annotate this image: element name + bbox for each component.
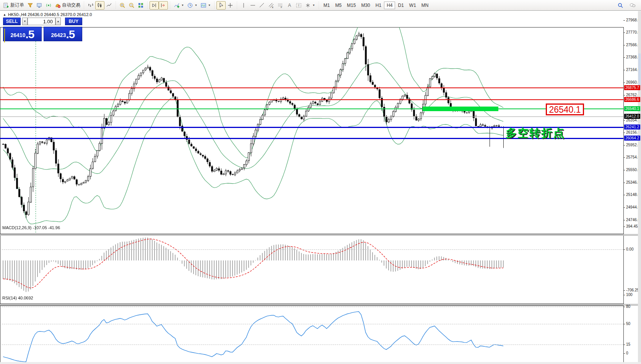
price-tag: 26064.2	[624, 136, 640, 141]
indicators-icon	[174, 2, 180, 8]
trendline-button[interactable]	[257, 1, 267, 10]
search-button[interactable]	[616, 1, 625, 10]
fibonacci-button[interactable]: F	[276, 1, 285, 10]
cursor-button[interactable]	[216, 1, 226, 10]
shapes-icon	[305, 2, 311, 8]
zoom-in-button[interactable]	[118, 1, 127, 10]
channel-button[interactable]: E	[267, 1, 276, 10]
timeframe-h1[interactable]: H1	[373, 2, 384, 9]
vline-button[interactable]	[239, 1, 248, 10]
horizontal-level-line[interactable]	[0, 108, 623, 109]
autotrade-button[interactable]: 自动交易	[53, 1, 82, 10]
fibonacci-icon: F	[277, 2, 283, 8]
crosshair-button[interactable]	[226, 1, 235, 10]
toolbar-separator	[146, 2, 148, 9]
rsi-axis-label: 50	[626, 322, 630, 326]
turning-point-annotation[interactable]: 多空转折点	[506, 126, 565, 141]
svg-text:T: T	[298, 4, 299, 7]
rsi-axis-tick	[623, 295, 625, 295]
label-button[interactable]: T	[294, 1, 303, 10]
zoom-out-button[interactable]	[127, 1, 136, 10]
macd-axis-label: -706.25	[626, 288, 639, 292]
text-button[interactable]: A	[285, 1, 294, 10]
line-chart-button[interactable]	[104, 1, 114, 10]
funnel-button[interactable]	[26, 1, 35, 10]
signal-button[interactable]	[44, 1, 53, 10]
timeframe-m30[interactable]: M30	[358, 2, 373, 9]
drawn-vertical-line[interactable]	[4, 29, 5, 42]
chart-shift-button[interactable]	[150, 1, 159, 10]
line-chart-icon	[106, 2, 112, 8]
chevron-down-icon[interactable]: ▼	[195, 4, 197, 6]
chevron-down-icon[interactable]: ▼	[181, 4, 184, 6]
rsi-axis-tick	[623, 324, 625, 324]
label-icon: T	[296, 2, 302, 8]
chevron-down-icon[interactable]: ▼	[208, 4, 211, 6]
rsi-axis-label: 80	[626, 304, 630, 309]
buy-price-main: 26423	[51, 30, 66, 40]
price-axis-tick	[623, 83, 625, 83]
autotrade-icon	[55, 2, 61, 8]
terminal-button[interactable]	[35, 1, 44, 10]
horizontal-level-line[interactable]	[0, 99, 623, 100]
candlestick-chart-button[interactable]	[95, 1, 104, 10]
collapse-arrow-icon[interactable]: ▲	[3, 13, 6, 16]
search-icon	[617, 2, 623, 8]
price-tag: 26540.1	[624, 106, 640, 111]
timeframe-m5[interactable]: M5	[332, 2, 344, 9]
rsi-chart[interactable]	[0, 306, 623, 364]
price-axis-tick	[623, 45, 625, 45]
price-axis-tick	[623, 57, 625, 58]
periods-button[interactable]: ▼	[185, 1, 199, 10]
price-callout-box[interactable]: 26540.1	[546, 104, 584, 115]
tile-windows-button[interactable]	[136, 1, 145, 10]
volume-input[interactable]	[28, 18, 55, 25]
new-order-icon	[3, 2, 9, 8]
hline-button[interactable]	[248, 1, 257, 10]
chart-window[interactable]: ▲ HK50-,H4 26436.0 26440.5 26370.0 26412…	[0, 11, 641, 364]
auto-scroll-button[interactable]	[159, 1, 168, 10]
horizontal-level-line[interactable]	[0, 87, 623, 88]
hline-icon	[250, 2, 256, 8]
timeframe-m15[interactable]: M15	[344, 2, 358, 9]
price-axis-tick	[623, 95, 625, 95]
price-axis-tick	[623, 157, 625, 158]
shapes-button[interactable]: ▼	[303, 1, 317, 10]
price-axis-tick	[623, 170, 625, 170]
new-order-button[interactable]: 新订单	[2, 1, 26, 10]
signal-icon	[46, 2, 52, 8]
sell-button[interactable]: SELL	[3, 18, 21, 25]
terminal-icon	[36, 2, 42, 8]
macd-zero-line	[0, 249, 623, 250]
bar-chart-icon	[88, 2, 94, 8]
scrollbar-thumb[interactable]	[638, 53, 641, 86]
chevron-down-icon[interactable]: ▼	[312, 4, 315, 6]
svg-text:A: A	[288, 3, 291, 8]
current-price-tag: 26412.0	[624, 114, 640, 119]
button-label: 新订单	[10, 2, 24, 8]
volume-decrease-button[interactable]: ▼	[22, 18, 28, 25]
timeframe-m1[interactable]: M1	[321, 2, 333, 9]
price-tag: 26241.2	[624, 125, 640, 129]
zoom-out-icon	[129, 2, 135, 8]
rsi-level-line	[0, 324, 623, 324]
bar-chart-button[interactable]	[86, 1, 95, 10]
volume-increase-button[interactable]: ▲	[55, 18, 61, 25]
window-separator[interactable]	[0, 304, 641, 306]
rsi-axis-label: 100	[626, 293, 633, 297]
timeframe-mn[interactable]: MN	[419, 2, 431, 9]
timeframe-w1[interactable]: W1	[407, 2, 419, 9]
macd-axis-tick	[623, 226, 625, 227]
timeframe-d1[interactable]: D1	[395, 2, 406, 9]
indicators-button[interactable]: ▼	[172, 1, 185, 10]
templates-button[interactable]: ▼	[199, 1, 212, 10]
highlight-band[interactable]	[423, 107, 498, 111]
sell-price[interactable]: 26410 .5	[3, 27, 42, 41]
timeframe-h4[interactable]: H4	[384, 2, 395, 9]
candlestick-chart-icon	[97, 2, 103, 8]
macd-chart[interactable]	[0, 236, 623, 304]
chat-button[interactable]	[628, 1, 637, 10]
price-tag: 26875.7	[624, 85, 640, 90]
buy-price[interactable]: 26423 .5	[44, 27, 82, 41]
buy-button[interactable]: BUY	[65, 18, 82, 25]
